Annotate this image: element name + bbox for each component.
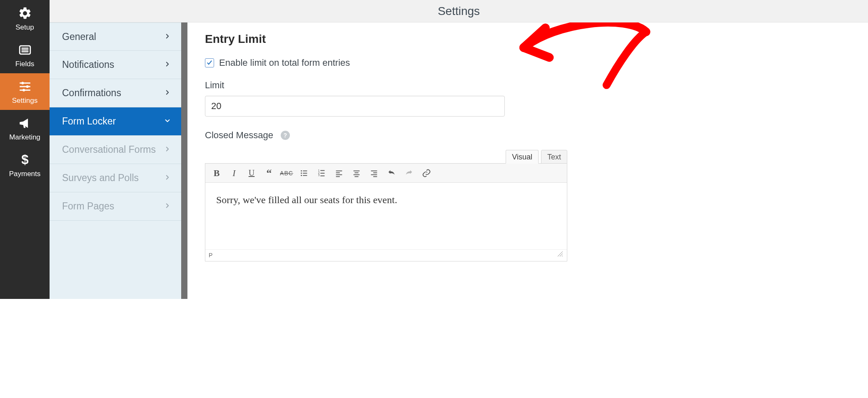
svg-point-15 <box>301 175 302 176</box>
svg-point-11 <box>301 170 302 172</box>
italic-button[interactable]: I <box>225 166 243 181</box>
nav-payments[interactable]: $ Payments <box>0 147 50 183</box>
align-center-button[interactable] <box>348 166 365 181</box>
quote-icon: “ <box>267 170 272 177</box>
svg-rect-23 <box>336 170 342 171</box>
settings-item-label: Form Locker <box>62 116 116 127</box>
help-icon[interactable]: ? <box>281 131 290 140</box>
resize-handle[interactable] <box>557 251 564 259</box>
dollar-icon: $ <box>17 152 32 167</box>
nav-marketing[interactable]: Marketing <box>0 110 50 147</box>
editor-statusbar: P <box>205 249 567 261</box>
entry-limit-heading: Entry Limit <box>205 32 634 46</box>
settings-content: Entry Limit Enable limit on total form e… <box>187 0 651 299</box>
underline-icon: U <box>249 168 254 178</box>
svg-rect-18 <box>320 170 324 171</box>
svg-point-9 <box>22 89 25 91</box>
gear-icon <box>17 6 32 21</box>
primary-nav: Setup Fields Settings Marketing $ Paymen… <box>0 0 50 299</box>
redo-button <box>400 166 418 181</box>
svg-point-13 <box>301 172 302 174</box>
underline-button[interactable]: U <box>243 166 260 181</box>
link-button[interactable] <box>418 166 435 181</box>
enable-limit-checkbox[interactable] <box>205 58 214 67</box>
settings-item-label: Surveys and Polls <box>62 172 139 184</box>
chevron-right-icon <box>164 59 171 70</box>
strikethrough-icon: ABC <box>280 170 293 177</box>
bold-button[interactable]: B <box>208 166 225 181</box>
bullet-list-icon <box>299 169 309 178</box>
chevron-right-icon <box>164 201 171 212</box>
align-right-icon <box>369 169 379 178</box>
svg-rect-25 <box>336 174 342 175</box>
settings-item-general[interactable]: General <box>50 22 181 51</box>
italic-icon: I <box>232 168 235 179</box>
closed-message-label: Closed Message <box>205 130 273 141</box>
nav-setup-label: Setup <box>15 23 34 32</box>
nav-fields[interactable]: Fields <box>0 37 50 73</box>
nav-fields-label: Fields <box>15 60 34 68</box>
settings-item-label: Form Pages <box>62 201 114 212</box>
numbered-list-icon: 123 <box>317 169 326 178</box>
svg-rect-14 <box>303 173 307 174</box>
editor-element-path: P <box>209 252 212 259</box>
align-right-button[interactable] <box>365 166 383 181</box>
svg-rect-27 <box>354 170 360 171</box>
editor-textarea[interactable]: Sorry, we've filled all our seats for th… <box>205 183 567 249</box>
sliders-icon <box>17 79 32 94</box>
settings-item-label: Notifications <box>62 59 114 70</box>
settings-item-form-pages[interactable]: Form Pages <box>50 192 181 221</box>
editor-tab-visual[interactable]: Visual <box>506 150 539 164</box>
editor-tab-text[interactable]: Text <box>541 150 567 164</box>
align-left-button[interactable] <box>330 166 348 181</box>
settings-item-confirmations[interactable]: Confirmations <box>50 79 181 107</box>
link-icon <box>422 169 431 178</box>
chevron-right-icon <box>164 87 171 99</box>
strikethrough-button[interactable]: ABC <box>278 166 295 181</box>
chevron-down-icon <box>164 116 171 127</box>
settings-item-label: Conversational Forms <box>62 144 156 155</box>
undo-icon <box>387 169 396 178</box>
nav-marketing-label: Marketing <box>9 133 40 142</box>
svg-text:$: $ <box>21 153 28 167</box>
svg-rect-30 <box>354 176 358 177</box>
chevron-right-icon <box>164 172 171 184</box>
nav-payments-label: Payments <box>9 170 41 178</box>
nav-settings-label: Settings <box>12 97 37 105</box>
bullhorn-icon <box>17 116 32 131</box>
settings-menu: General Notifications Confirmations Form… <box>50 0 181 299</box>
enable-limit-row[interactable]: Enable limit on total form entries <box>205 57 634 68</box>
svg-rect-16 <box>303 175 307 176</box>
numbered-list-button[interactable]: 123 <box>313 166 330 181</box>
list-icon <box>17 42 32 57</box>
settings-item-notifications[interactable]: Notifications <box>50 51 181 79</box>
align-center-icon <box>352 169 361 178</box>
page-title: Settings <box>438 5 480 18</box>
bold-icon: B <box>214 168 220 179</box>
settings-item-surveys-polls[interactable]: Surveys and Polls <box>50 164 181 192</box>
redo-icon <box>404 169 414 178</box>
svg-rect-22 <box>320 175 324 176</box>
settings-item-label: Confirmations <box>62 87 121 99</box>
settings-item-conversational-forms[interactable]: Conversational Forms <box>50 136 181 164</box>
svg-rect-29 <box>354 174 360 175</box>
closed-message-editor-wrap: Visual Text B I U “ ABC 123 <box>205 150 567 261</box>
undo-button[interactable] <box>383 166 400 181</box>
svg-rect-20 <box>320 173 324 174</box>
nav-settings[interactable]: Settings <box>0 73 50 110</box>
editor-toolbar: B I U “ ABC 123 <box>205 164 567 183</box>
chevron-right-icon <box>164 31 171 42</box>
bullet-list-button[interactable] <box>295 166 313 181</box>
closed-message-editor: B I U “ ABC 123 Sorry, we've filled all … <box>205 163 567 261</box>
main-panel: Entry Limit Enable limit on total form e… <box>187 0 651 299</box>
svg-rect-12 <box>303 170 307 171</box>
limit-input[interactable] <box>205 96 505 117</box>
nav-setup[interactable]: Setup <box>0 0 50 37</box>
chevron-right-icon <box>164 144 171 155</box>
svg-rect-34 <box>373 176 377 177</box>
blockquote-button[interactable]: “ <box>260 166 278 181</box>
settings-item-form-locker[interactable]: Form Locker <box>50 107 181 136</box>
svg-point-7 <box>26 85 28 88</box>
svg-rect-31 <box>371 170 377 171</box>
editor-tabs: Visual Text <box>205 150 567 164</box>
